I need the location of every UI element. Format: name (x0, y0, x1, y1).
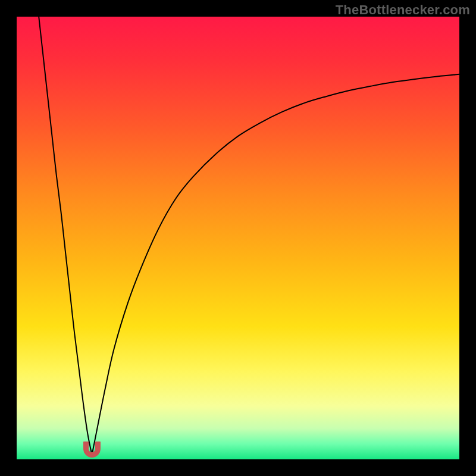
curve-right-branch (92, 74, 459, 455)
chart-frame: TheBottlenecker.com (0, 0, 476, 476)
curve-left-branch (39, 17, 92, 455)
watermark-text: TheBottlenecker.com (336, 2, 470, 18)
bottleneck-curve (17, 17, 459, 459)
min-marker (84, 442, 101, 458)
